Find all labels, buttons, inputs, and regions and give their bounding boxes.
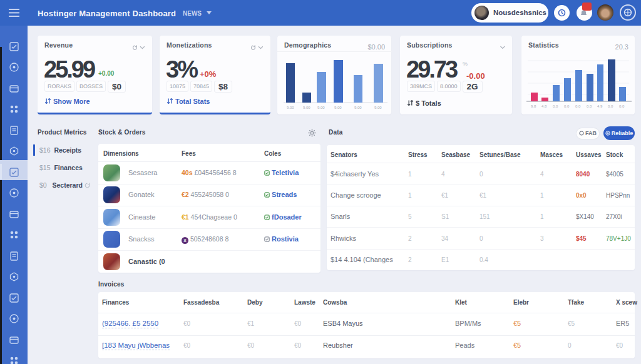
svg-text:9.00: 9.00 [303,106,310,109]
svg-text:0.0: 0.0 [619,104,625,108]
svg-text:0.0: 0.0 [575,104,581,108]
svg-text:9.8: 9.8 [531,104,536,108]
svg-text:9.00: 9.00 [354,106,362,109]
svg-text:0.0: 0.0 [587,104,592,108]
svg-text:4.9: 4.9 [597,104,603,108]
svg-text:0.0: 0.0 [553,104,558,108]
svg-text:9.00: 9.00 [334,106,342,109]
svg-text:9.00: 9.00 [287,106,294,109]
svg-text:9.00: 9.00 [317,106,325,109]
svg-text:9.00: 9.00 [374,106,382,109]
svg-text:0.0: 0.0 [608,104,613,108]
svg-text:0.0: 0.0 [564,104,570,108]
svg-text:4.8: 4.8 [541,104,547,108]
